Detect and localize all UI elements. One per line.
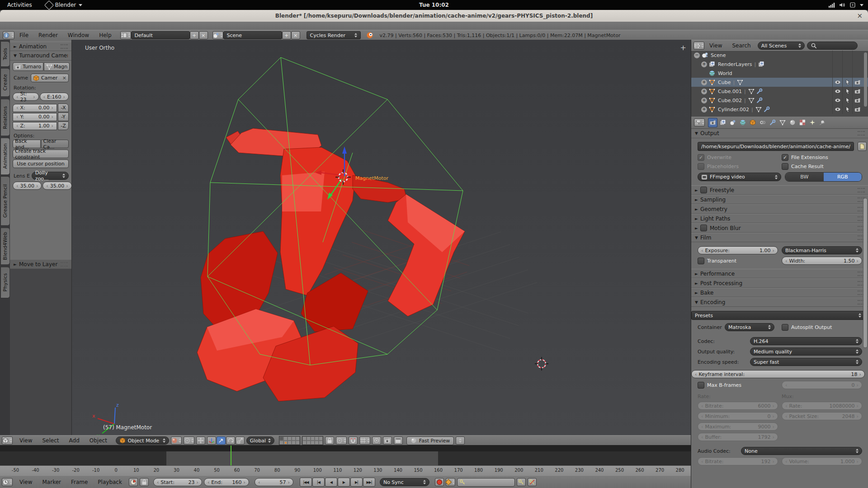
shelf-tab-animation[interactable]: Animation (0, 137, 9, 175)
timeline-playhead[interactable] (231, 446, 231, 466)
browse-output-button[interactable] (858, 142, 867, 151)
expand-icon[interactable]: + (701, 89, 707, 94)
panel-freestyle-checkbox[interactable] (700, 187, 707, 193)
max-bframes-stepper[interactable]: 0 (782, 381, 862, 389)
outliner-row-scene[interactable]: −Scene (691, 51, 868, 60)
menu-frame[interactable]: Frame (66, 479, 93, 485)
delete-layout-button[interactable]: × (199, 31, 208, 39)
add-scene-button[interactable]: + (282, 31, 291, 39)
properties-tab-texture[interactable] (797, 118, 807, 127)
layer-cell-13[interactable] (315, 436, 319, 441)
mux-rate-stepper[interactable]: Rate:10080000 (782, 402, 862, 410)
restrict-render-icon[interactable] (852, 87, 862, 96)
time-display-button[interactable] (129, 478, 138, 486)
properties-region-toggle-icon[interactable]: + (680, 43, 686, 52)
collapse-icon[interactable]: − (694, 52, 700, 58)
lock-frame-button[interactable] (140, 478, 149, 486)
orientation-select[interactable]: Global (246, 436, 274, 445)
layer-cell-17[interactable] (311, 441, 315, 445)
jump-to-prev-keyframe-button[interactable]: |◀ (312, 478, 325, 487)
rgb-toggle[interactable]: RGB (824, 173, 862, 181)
timeline-track[interactable] (0, 445, 691, 466)
panel-geometry[interactable]: ►Geometry (691, 204, 868, 214)
display-filter-select[interactable]: All Scenes (758, 42, 805, 50)
end-frame-field[interactable]: End:160 (204, 478, 249, 486)
max-bframes-checkbox[interactable] (698, 382, 704, 389)
menu-marker[interactable]: Marker (37, 479, 66, 485)
system-tray[interactable] (829, 0, 863, 10)
menu-view[interactable]: View (704, 42, 727, 49)
restrict-view-icon[interactable] (832, 78, 842, 87)
file-extensions-checkbox[interactable]: ✓ (782, 154, 788, 161)
outliner-scrollbar[interactable] (864, 52, 867, 107)
maximum-stepper[interactable]: Maximum:9000 (698, 422, 778, 431)
properties-tab-physics[interactable] (817, 118, 827, 127)
menu-file[interactable]: File (14, 32, 33, 38)
shelf-tab-relations[interactable]: Relations (0, 99, 9, 136)
mesh-object[interactable] (197, 128, 465, 401)
container-select[interactable]: Matroska (725, 323, 774, 331)
layer-cell-8[interactable] (292, 441, 296, 445)
codec-select[interactable]: H.264 (750, 337, 862, 345)
viewport-3d[interactable]: MagnetMotor z x y User Ortho (57) Magnet… (0, 40, 691, 435)
file-format-select[interactable]: FFmpeg video (698, 173, 781, 181)
lens-b-stepper[interactable]: 35.00 (42, 182, 71, 190)
menu-view[interactable]: View (14, 479, 37, 485)
back-and-button[interactable]: Back and... (13, 140, 41, 148)
panel-performance[interactable]: ►Performance (691, 269, 868, 278)
window-close-button[interactable]: × (857, 12, 863, 20)
axis-z-stepper[interactable]: Z:1.00 (13, 122, 57, 130)
play-button[interactable]: ▶ (338, 478, 350, 487)
lens-a-stepper[interactable]: 35.00 (13, 182, 42, 190)
restrict-select-icon[interactable] (842, 105, 852, 114)
panel-sampling[interactable]: ►Sampling (691, 195, 868, 204)
menu-object[interactable]: Object (85, 437, 112, 444)
manipulator-scale-button[interactable] (236, 436, 245, 445)
clear-icon[interactable]: × (62, 75, 66, 81)
panel-turnaround-camera[interactable]: ▼Turnaround Camera (10, 51, 71, 61)
outliner-row-cube-002[interactable]: +Cube.002| (691, 96, 868, 105)
restrict-view-icon[interactable] (832, 105, 842, 114)
layer-cell-15[interactable] (302, 441, 307, 445)
shelf-tab-tools[interactable]: Tools (0, 41, 9, 67)
layer-cell-6[interactable] (283, 441, 288, 445)
outliner-row-renderlayers[interactable]: +RenderLayers| (691, 60, 868, 69)
outliner-row-cube-001[interactable]: +Cube.001| (691, 87, 868, 96)
properties-tab-constraints[interactable] (758, 118, 767, 127)
panel-output[interactable]: ▼Output (691, 129, 868, 138)
editor-type-button[interactable] (3, 31, 14, 39)
sync-select[interactable]: No Sync (380, 478, 429, 486)
properties-tab-particles[interactable] (807, 118, 817, 127)
restrict-view-icon[interactable] (832, 96, 842, 105)
manipulator-rotate-button[interactable] (226, 436, 235, 445)
mode-select[interactable]: Object Mode (116, 436, 169, 445)
jump-to-end-button[interactable]: ▶▶| (363, 478, 375, 487)
panel-grip[interactable] (61, 44, 68, 49)
packet-size-stepper[interactable]: Packet Size:2048 (782, 412, 862, 420)
menu-search[interactable]: Search (727, 42, 755, 49)
axis-y-stepper[interactable]: Y:0.00 (13, 113, 57, 121)
render-engine-select[interactable]: Cycles Render (307, 31, 361, 39)
layer-cell-11[interactable] (307, 436, 311, 441)
shelf-tab-physics[interactable]: Physics (0, 267, 9, 298)
scene-icon-button[interactable] (212, 31, 223, 39)
expand-icon[interactable]: + (701, 98, 707, 103)
menu-add[interactable]: Add (64, 437, 85, 444)
manipulator-translate-button[interactable] (217, 436, 226, 445)
turnaround-button[interactable]: Turnaro (13, 62, 43, 71)
neg-z-button[interactable]: -Z (58, 122, 69, 130)
panel-grip[interactable] (858, 188, 865, 192)
panel-move-to-layer[interactable]: ►Move to Layer (10, 259, 71, 269)
menu-window[interactable]: Window (63, 32, 94, 38)
current-frame-field[interactable]: 57 (255, 478, 293, 486)
add-layout-button[interactable]: + (190, 31, 199, 39)
insert-keyframe-button[interactable] (517, 478, 526, 486)
properties-tab-render[interactable] (708, 118, 717, 127)
output-quality-select[interactable]: Medium quality (750, 347, 862, 356)
layer-cell-9[interactable] (296, 441, 300, 445)
bitrate-stepper[interactable]: Bitrate:6000 (698, 402, 778, 410)
properties-tab-render-layers[interactable] (718, 118, 727, 127)
scene-field[interactable]: Scene (223, 31, 282, 39)
layer-cell-5[interactable] (279, 441, 283, 445)
timeline-ruler[interactable]: -50-40-30-20-100102030405060708090100110… (0, 465, 691, 476)
